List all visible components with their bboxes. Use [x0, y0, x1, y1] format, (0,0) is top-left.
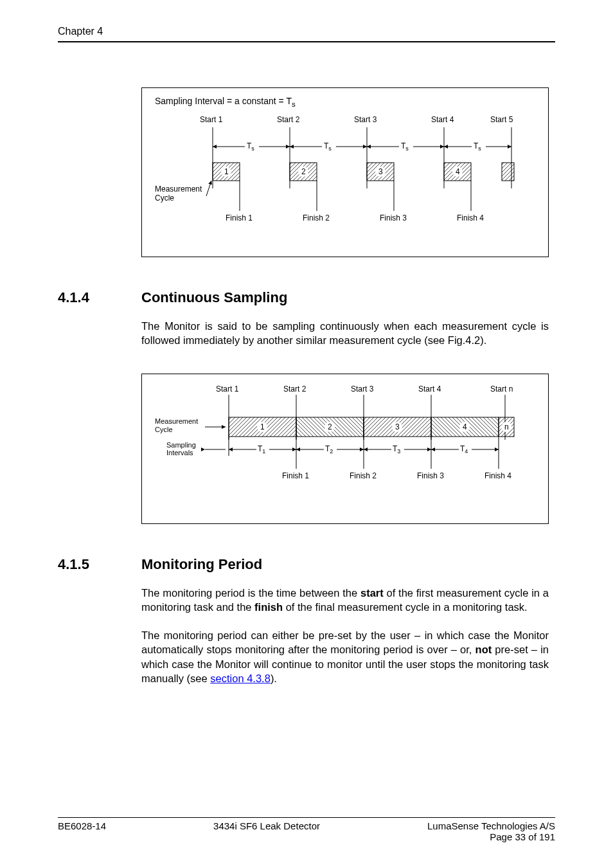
svg-text:Finish 4: Finish 4 — [484, 471, 511, 480]
svg-rect-26 — [502, 163, 514, 181]
svg-text:Start 1: Start 1 — [200, 115, 223, 124]
svg-text:Cycle: Cycle — [155, 426, 173, 433]
section-4-1-5-heading: 4.1.5 Monitoring Period — [58, 556, 555, 573]
svg-text:Finish 3: Finish 3 — [417, 471, 444, 480]
svg-text:Intervals: Intervals — [166, 449, 193, 457]
svg-text:Start 4: Start 4 — [418, 384, 441, 393]
svg-text:Finish 1: Finish 1 — [282, 471, 309, 480]
svg-text:Sampling: Sampling — [166, 441, 196, 449]
section-title: Monitoring Period — [141, 556, 262, 573]
link-section-4-3-8[interactable]: section 4.3.8 — [210, 673, 271, 684]
section-number: 4.1.4 — [58, 289, 141, 306]
svg-text:1: 1 — [260, 422, 265, 431]
svg-text:Cycle: Cycle — [155, 194, 174, 203]
svg-text:Start 4: Start 4 — [431, 115, 454, 124]
svg-text:Finish 4: Finish 4 — [457, 213, 484, 222]
svg-text:Start 3: Start 3 — [354, 115, 377, 124]
footer-right-line1: LumaSense Technologies A/S — [427, 820, 555, 831]
svg-text:Finish 1: Finish 1 — [226, 213, 253, 222]
svg-text:3: 3 — [378, 167, 383, 176]
svg-text:Finish 3: Finish 3 — [380, 213, 407, 222]
header-rule — [58, 41, 555, 42]
fig1-svg: Start 1 Start 2 Start 3 Start 4 Start 5 … — [155, 114, 515, 233]
sec-4-1-5-para1: The monitoring period is the time betwee… — [141, 586, 549, 615]
svg-text:4: 4 — [456, 167, 460, 176]
running-header: Chapter 4 — [58, 26, 555, 37]
footer-right-line2: Page 33 of 191 — [490, 831, 555, 842]
svg-text:Measurement: Measurement — [155, 185, 202, 194]
section-4-1-4-heading: 4.1.4 Continuous Sampling — [58, 289, 555, 306]
svg-text:3: 3 — [395, 422, 400, 431]
svg-text:Start 3: Start 3 — [351, 384, 374, 393]
svg-text:2: 2 — [328, 422, 332, 431]
svg-text:Start 2: Start 2 — [277, 115, 300, 124]
svg-line-45 — [206, 181, 211, 196]
footer-left: BE6028-14 — [58, 820, 106, 842]
section-title: Continuous Sampling — [141, 289, 287, 306]
figure-sampling-interval: Sampling Interval = a constant = Ts — [141, 87, 549, 257]
svg-text:4: 4 — [463, 422, 467, 431]
svg-text:1: 1 — [224, 167, 229, 176]
svg-text:Measurement: Measurement — [155, 417, 198, 425]
svg-text:Finish 2: Finish 2 — [303, 213, 330, 222]
footer-center: 3434i SF6 Leak Detector — [213, 820, 320, 842]
fig2-svg: Start 1 Start 2 Start 3 Start 4 Start n … — [155, 382, 515, 494]
sec-4-1-4-para: The Monitor is said to be sampling conti… — [141, 319, 549, 348]
svg-text:Finish 2: Finish 2 — [350, 471, 377, 480]
section-number: 4.1.5 — [58, 556, 141, 573]
svg-text:Start 2: Start 2 — [283, 384, 306, 393]
page-footer: BE6028-14 3434i SF6 Leak Detector LumaSe… — [58, 817, 555, 842]
svg-text:Start 1: Start 1 — [216, 384, 239, 393]
fig1-caption: Sampling Interval = a constant = Ts — [155, 96, 535, 108]
figure-continuous-sampling: Start 1 Start 2 Start 3 Start 4 Start n … — [141, 374, 549, 524]
svg-text:Start 5: Start 5 — [490, 115, 513, 124]
sec-4-1-5-para2: The monitoring period can either be pre-… — [141, 628, 549, 685]
svg-text:2: 2 — [301, 167, 306, 176]
svg-text:n: n — [504, 422, 509, 431]
svg-text:Start n: Start n — [490, 384, 513, 393]
